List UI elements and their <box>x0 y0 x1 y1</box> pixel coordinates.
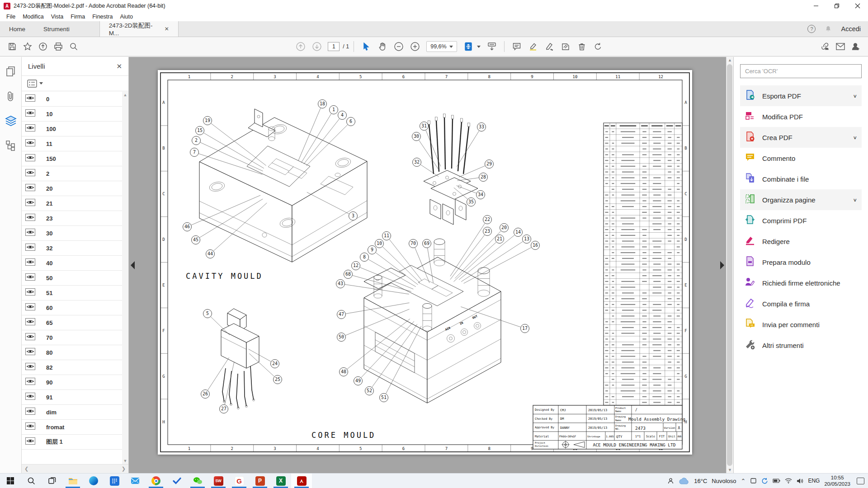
menu-item-modifica[interactable]: Modifica <box>19 13 47 21</box>
weather-temp[interactable]: 16°C <box>694 478 707 484</box>
restore-button[interactable] <box>826 0 847 12</box>
layer-row[interactable]: 65 <box>22 315 122 330</box>
taskbar-powerpoint-icon[interactable]: P <box>250 474 270 488</box>
taskbar-chrome-icon[interactable] <box>146 474 166 488</box>
layer-row[interactable]: 82 <box>22 360 122 375</box>
layers-vertical-scrollbar[interactable]: ▲▼ <box>122 92 128 464</box>
layer-visibility-eye-icon[interactable] <box>25 333 35 340</box>
taskbar-acrobat-icon[interactable]: ⋏ <box>291 474 312 488</box>
page-thumbnails-icon[interactable] <box>6 66 16 77</box>
layer-visibility-eye-icon[interactable] <box>25 422 35 430</box>
tray-chevron-up-icon[interactable]: ⌃ <box>741 478 746 484</box>
layer-row[interactable]: 10 <box>22 107 122 122</box>
layer-visibility-eye-icon[interactable] <box>25 288 35 296</box>
layer-row[interactable]: 40 <box>22 256 122 271</box>
layer-visibility-eye-icon[interactable] <box>25 393 35 400</box>
tools-search-input[interactable] <box>740 64 862 78</box>
layer-visibility-eye-icon[interactable] <box>25 244 35 251</box>
layers-icon[interactable] <box>5 116 17 127</box>
tab-close-icon[interactable]: ✕ <box>165 26 169 32</box>
people-icon[interactable] <box>667 478 674 484</box>
save-icon[interactable] <box>5 40 20 53</box>
layer-row[interactable]: 50 <box>22 271 122 286</box>
star-icon[interactable] <box>20 40 35 53</box>
layers-horizontal-scrollbar[interactable]: ❮❯ <box>22 464 128 473</box>
taskbar-glodon-g-icon[interactable]: G <box>229 474 250 488</box>
help-icon[interactable]: ? <box>807 25 816 33</box>
hand-tool-icon[interactable] <box>375 40 390 53</box>
tool-item-edit-pdf[interactable]: Modifica PDF <box>740 106 862 127</box>
taskbar-mail-icon[interactable] <box>125 474 146 488</box>
layer-visibility-eye-icon[interactable] <box>25 139 35 146</box>
page-number-input[interactable]: 1 <box>328 42 340 51</box>
layer-visibility-eye-icon[interactable] <box>25 199 35 206</box>
tool-item-send-comments[interactable]: Invia per commenti <box>740 314 862 335</box>
tray-volume-icon[interactable] <box>797 478 803 484</box>
taskbar-todo-check-icon[interactable] <box>166 474 187 488</box>
layers-panel-close-icon[interactable]: ✕ <box>116 62 122 70</box>
layer-visibility-eye-icon[interactable] <box>25 109 35 117</box>
attachments-paperclip-icon[interactable] <box>6 90 15 102</box>
share-link-icon[interactable] <box>817 40 833 53</box>
model-tree-icon[interactable] <box>5 140 16 151</box>
pdf-page[interactable]: 112233445566778899101011111212AABBCCDDEE… <box>158 70 692 455</box>
taskbar-excel-icon[interactable]: X <box>270 474 291 488</box>
layer-row[interactable]: 150 <box>22 151 122 166</box>
tray-sync-icon[interactable] <box>761 478 768 484</box>
layer-row[interactable]: 91 <box>22 390 122 405</box>
tool-item-more-tools[interactable]: Altri strumenti <box>740 335 862 356</box>
collapse-right-panel-icon[interactable] <box>720 261 724 269</box>
taskbar-wechat-icon[interactable] <box>187 474 208 488</box>
zoom-level-dropdown[interactable]: 99,6% <box>426 41 457 52</box>
layer-row[interactable]: fromat <box>22 420 122 435</box>
previous-page-icon[interactable] <box>293 40 308 53</box>
layer-visibility-eye-icon[interactable] <box>25 258 35 266</box>
taskbar-edge-icon[interactable] <box>83 474 104 488</box>
document-scrollbar[interactable]: ▲▼ <box>726 57 733 473</box>
share-icon[interactable] <box>35 40 51 53</box>
select-tool-icon[interactable] <box>359 40 374 53</box>
layer-visibility-eye-icon[interactable] <box>25 437 35 445</box>
layer-row[interactable]: 20 <box>22 181 122 196</box>
layer-row[interactable]: 30 <box>22 226 122 241</box>
zoom-out-icon[interactable] <box>391 40 406 53</box>
tool-item-combine-files[interactable]: Combinate i file <box>740 169 862 189</box>
tab-document[interactable]: 2473-2D装配图-M... ✕ <box>99 21 179 37</box>
layer-options-chevron-icon[interactable] <box>39 82 43 84</box>
layer-row[interactable]: 11 <box>22 136 122 151</box>
tool-item-compress-pdf[interactable]: Comprimi PDF <box>740 210 862 231</box>
scrolling-mode-icon[interactable] <box>484 40 500 53</box>
close-button[interactable] <box>847 0 868 12</box>
tool-item-redact[interactable]: Redigere <box>740 231 862 252</box>
menu-item-finestra[interactable]: Finestra <box>89 13 116 21</box>
action-center-icon[interactable] <box>857 478 864 484</box>
tool-item-export-pdf[interactable]: Esporta PDF∨ <box>740 85 862 106</box>
sign-tool-icon[interactable] <box>542 40 557 53</box>
layer-options-icon[interactable] <box>27 80 37 88</box>
layer-visibility-eye-icon[interactable] <box>25 408 35 415</box>
layer-row[interactable]: 51 <box>22 286 122 300</box>
next-page-icon[interactable] <box>309 40 325 53</box>
find-icon[interactable] <box>66 40 81 53</box>
layer-visibility-eye-icon[interactable] <box>25 184 35 191</box>
layer-visibility-eye-icon[interactable] <box>25 318 35 325</box>
layer-row[interactable]: 32 <box>22 241 122 256</box>
weather-cloud-icon[interactable] <box>679 477 689 484</box>
layer-row[interactable]: 60 <box>22 300 122 315</box>
tab-home[interactable]: Home <box>0 21 34 37</box>
tool-item-create-pdf[interactable]: Crea PDF∨ <box>740 127 862 148</box>
language-indicator[interactable]: ENG <box>808 478 820 484</box>
weather-condition[interactable]: Nuvoloso <box>712 478 736 484</box>
taskbar-calendar-icon[interactable] <box>104 474 125 488</box>
taskbar-task-view-icon[interactable] <box>42 474 62 488</box>
layer-row[interactable]: 100 <box>22 122 122 136</box>
tool-item-request-signatures[interactable]: Richiedi firme elettroniche <box>740 272 862 293</box>
layer-visibility-eye-icon[interactable] <box>25 94 35 102</box>
taskbar-search-icon[interactable] <box>21 474 42 488</box>
layer-visibility-eye-icon[interactable] <box>25 124 35 131</box>
tab-strumenti[interactable]: Strumenti <box>34 21 79 37</box>
fit-page-chevron-icon[interactable] <box>477 46 481 48</box>
layer-visibility-eye-icon[interactable] <box>25 169 35 176</box>
notifications-bell-icon[interactable] <box>825 25 832 33</box>
layer-row[interactable]: 70 <box>22 330 122 345</box>
